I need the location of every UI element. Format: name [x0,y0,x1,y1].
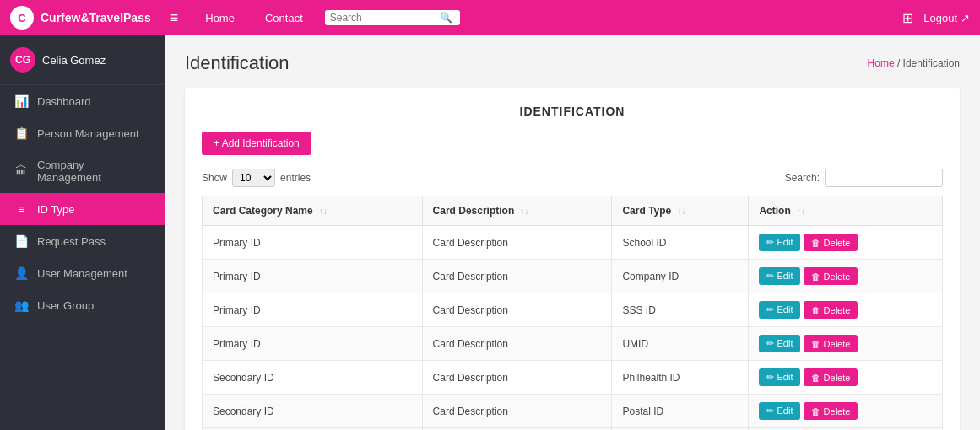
cell-category: Primary ID [203,260,423,293]
delete-button[interactable]: 🗑 Delete [804,335,858,352]
cell-type: UMID [612,327,749,361]
entries-select[interactable]: 10 25 50 100 [232,169,275,187]
cell-category: Secondary ID [203,395,423,428]
table-row: Secondary ID Card Description Philhealth… [203,361,943,395]
brand: C Curfew&TravelPass [10,6,151,30]
breadcrumb: Home / Identification [868,57,960,69]
sidebar-item-user-management[interactable]: 👤 User Management [0,257,165,289]
breadcrumb-home[interactable]: Home [868,57,895,69]
edit-button[interactable]: ✏ Edit [759,368,800,386]
delete-button[interactable]: 🗑 Delete [804,267,858,285]
main-content: Identification Home / Identification IDE… [165,35,980,430]
table-search-control: Search: [785,169,943,187]
edit-button[interactable]: ✏ Edit [759,301,800,319]
page-header: Identification Home / Identification [185,52,960,74]
table-row: Secondary ID Card Description Postal ID … [203,395,943,428]
breadcrumb-current: Identification [903,57,960,69]
sort-icon: ↑↓ [678,207,686,216]
col-card-category-name[interactable]: Card Category Name ↑↓ [203,196,423,226]
id-type-icon: ≡ [14,202,29,216]
sort-icon: ↑↓ [319,207,328,216]
cell-description: Card Description [422,293,612,327]
col-action[interactable]: Action ↑↓ [749,196,943,226]
cell-type: SSS ID [612,293,749,327]
add-identification-button[interactable]: + Add Identification [202,132,311,155]
table-header: Card Category Name ↑↓ Card Description ↑… [203,196,943,226]
topnav-search-input[interactable] [330,12,440,24]
col-label: Card Description [433,205,515,217]
sidebar-item-label: User Management [37,267,127,280]
col-label: Card Category Name [213,205,313,217]
table-search-input[interactable] [825,169,943,187]
cell-description: Card Description [422,361,612,395]
edit-button[interactable]: ✏ Edit [759,267,800,285]
delete-button[interactable]: 🗑 Delete [804,234,858,251]
cell-description: Card Description [422,260,612,293]
topnav-menu-icon[interactable]: ≡ [165,9,184,27]
edit-button[interactable]: ✏ Edit [759,402,800,420]
edit-button[interactable]: ✏ Edit [759,234,800,251]
cell-category: Primary ID [203,293,423,327]
sidebar-item-request-pass[interactable]: 📄 Request Pass [0,225,165,257]
delete-button[interactable]: 🗑 Delete [804,402,858,420]
brand-logo: C [10,6,34,30]
sidebar-item-label: ID Type [37,203,75,216]
person-management-icon: 📋 [14,126,29,140]
sidebar-user: CG Celia Gomez [0,35,165,85]
request-pass-icon: 📄 [14,234,29,248]
sidebar: CG Celia Gomez 📊 Dashboard 📋 Person Mana… [0,35,165,430]
user-name: Celia Gomez [42,54,106,67]
sidebar-item-person-management[interactable]: 📋 Person Management [0,117,165,149]
cell-action: ✏ Edit 🗑 Delete [749,395,943,428]
sidebar-item-user-group[interactable]: 👥 User Group [0,289,165,321]
cell-action: ✏ Edit 🗑 Delete [749,260,943,293]
cell-action: ✏ Edit 🗑 Delete [749,226,943,260]
sidebar-item-label: Person Management [37,127,139,140]
delete-button[interactable]: 🗑 Delete [804,301,858,319]
entries-control: Show 10 25 50 100 entries [202,169,311,187]
dashboard-icon: 📊 [14,94,29,108]
cell-description: Card Description [422,226,612,260]
col-label: Card Type [622,205,671,217]
cell-description: Card Description [422,395,612,428]
cell-description: Card Description [422,327,612,361]
sort-icon: ↑↓ [521,207,529,216]
col-label: Action [759,205,790,217]
table-row: Primary ID Card Description Company ID ✏… [203,260,943,293]
delete-button[interactable]: 🗑 Delete [804,368,858,386]
cell-action: ✏ Edit 🗑 Delete [749,293,943,327]
cell-type: Postal ID [612,395,749,428]
page-title: Identification [185,52,290,74]
logout-icon: ↗ [961,12,970,24]
sidebar-item-dashboard[interactable]: 📊 Dashboard [0,85,165,117]
cell-category: Primary ID [203,327,423,361]
table-row: Primary ID Card Description SSS ID ✏ Edi… [203,293,943,327]
topnav-home-link[interactable]: Home [197,8,243,28]
user-group-icon: 👥 [14,298,29,312]
cell-type: School ID [612,226,749,260]
user-management-icon: 👤 [14,266,29,280]
logout-button[interactable]: Logout ↗ [923,12,970,24]
topnav-right: ⊞ Logout ↗ [902,10,970,26]
table-row: Primary ID Card Description UMID ✏ Edit … [203,327,943,361]
sidebar-item-company-management[interactable]: 🏛 Company Management [0,149,165,193]
topnav-contact-link[interactable]: Contact [257,8,311,28]
identification-card: IDENTIFICATION + Add Identification Show… [185,88,960,430]
grid-icon[interactable]: ⊞ [902,10,913,26]
avatar: CG [10,47,35,73]
cell-type: Company ID [612,260,749,293]
sidebar-item-label: User Group [37,299,94,312]
col-card-type[interactable]: Card Type ↑↓ [612,196,749,226]
card-title: IDENTIFICATION [202,105,943,118]
edit-button[interactable]: ✏ Edit [759,335,800,352]
table-search-label: Search: [785,172,820,184]
cell-category: Primary ID [203,226,423,260]
table-controls: Show 10 25 50 100 entries Search: [202,169,943,187]
sidebar-item-label: Dashboard [37,95,91,108]
sidebar-item-id-type[interactable]: ≡ ID Type [0,193,165,225]
col-card-description[interactable]: Card Description ↑↓ [422,196,612,226]
show-label: Show [202,172,227,184]
brand-name: Curfew&TravelPass [41,11,151,24]
company-management-icon: 🏛 [14,164,29,178]
topnav-search-bar: 🔍 [325,10,460,25]
